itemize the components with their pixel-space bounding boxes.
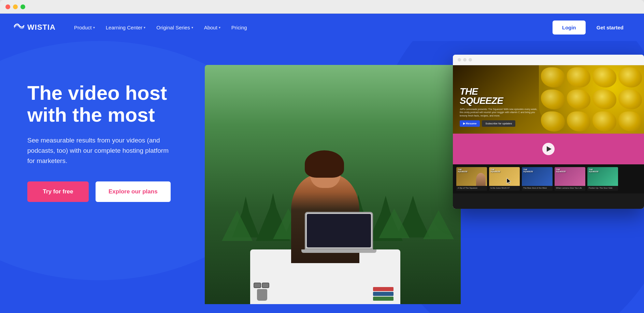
episode-title-text: THESQUEEZE xyxy=(523,168,533,173)
lemon-icon xyxy=(592,90,616,110)
episode-thumbnail-1: THESQUEEZE xyxy=(456,167,487,186)
nav-links: Product ▾ Learning Center ▾ Original Ser… xyxy=(69,22,553,33)
nav-item-pricing[interactable]: Pricing xyxy=(227,22,252,33)
sunglass-left xyxy=(254,283,261,288)
episode-thumbnail-3: THESQUEEZE xyxy=(522,167,553,186)
navbar: WISTIA Product ▾ Learning Center ▾ Origi… xyxy=(0,14,644,41)
svg-marker-18 xyxy=(423,210,454,239)
lemon-icon xyxy=(592,67,616,87)
play-button[interactable] xyxy=(542,143,555,155)
hero-right: THESQUEEZE Jeff's Lemonade presents: The… xyxy=(205,55,617,260)
explore-plans-button[interactable]: Explore our plans xyxy=(96,181,171,202)
nav-item-about[interactable]: About ▾ xyxy=(199,22,225,33)
channel-title-area: THESQUEEZE Jeff's Lemonade presents: The… xyxy=(460,87,539,127)
channel-header: THESQUEEZE Jeff's Lemonade presents: The… xyxy=(453,65,644,134)
episode-title-text: THESQUEEZE xyxy=(490,168,500,173)
browser-dot-2 xyxy=(463,58,467,62)
subscribe-button[interactable]: Subscribe for updates xyxy=(482,120,515,127)
logo[interactable]: WISTIA xyxy=(14,23,56,32)
episode-card-3[interactable]: THESQUEEZE The Best Zest of the West xyxy=(522,167,553,191)
nav-item-original-series[interactable]: Original Series ▾ xyxy=(152,22,198,33)
sunglass-right xyxy=(262,283,269,288)
book-icon xyxy=(373,297,393,301)
episode-person-icon xyxy=(476,173,486,186)
laptop-base xyxy=(301,249,376,253)
nav-actions: Login Get started xyxy=(553,21,630,35)
book-stack xyxy=(373,287,393,301)
browser-dot-1 xyxy=(458,58,461,62)
channel-actions: ▶ Resume Subscribe for updates xyxy=(460,120,539,127)
chevron-down-icon: ▾ xyxy=(219,26,220,29)
login-button[interactable]: Login xyxy=(553,21,586,35)
episode-card-5[interactable]: THESQUEEZE Pucker Up: The Sour Side xyxy=(587,167,618,191)
browser-chrome xyxy=(453,55,644,65)
hero-subtitle: See measurable results from your videos … xyxy=(27,135,177,166)
lemon-icon xyxy=(567,111,591,132)
episode-thumbnail-5: THESQUEEZE xyxy=(587,167,618,186)
episode-card-1[interactable]: THESQUEEZE A Sip of The Squeeze xyxy=(456,167,487,191)
episode-title-text: THESQUEEZE xyxy=(556,168,566,173)
wistia-logo-icon xyxy=(14,23,25,32)
episode-label-3: The Best Zest of the West xyxy=(522,186,553,191)
person-figure xyxy=(250,126,400,304)
browser-content: THESQUEEZE Jeff's Lemonade presents: The… xyxy=(453,65,644,209)
browser-dot-3 xyxy=(469,58,472,62)
channel-title: THESQUEEZE xyxy=(460,87,539,105)
mug-icon xyxy=(257,289,267,301)
hero-left: The video host with the most See measura… xyxy=(27,62,205,202)
lemon-icon xyxy=(618,111,642,132)
lemon-icon xyxy=(541,67,565,87)
hero-section: The video host with the most See measura… xyxy=(0,41,644,313)
lemon-icon xyxy=(541,111,565,132)
episode-label-1: A Sip of The Squeeze xyxy=(456,186,487,191)
laptop-screen xyxy=(305,212,373,249)
lemon-icon xyxy=(541,90,565,110)
episode-thumbnail-4: THESQUEEZE xyxy=(555,167,585,186)
maximize-button-icon[interactable] xyxy=(20,4,25,9)
minimize-button-icon[interactable] xyxy=(13,4,18,9)
chevron-down-icon: ▾ xyxy=(93,26,95,29)
chevron-down-icon: ▾ xyxy=(144,26,145,29)
svg-marker-13 xyxy=(403,196,423,229)
person-hair xyxy=(305,150,344,178)
episode-card-4[interactable]: THESQUEEZE When Lemons Give You Life xyxy=(555,167,585,191)
laptop-screen-inner xyxy=(307,214,371,247)
episode-thumbnail-2: THESQUEEZE xyxy=(489,167,520,186)
video-player[interactable] xyxy=(453,134,644,164)
get-started-button[interactable]: Get started xyxy=(590,21,630,34)
book-icon xyxy=(373,292,393,296)
play-icon xyxy=(547,146,552,152)
episode-label-5: Pucker Up: The Sour Side xyxy=(587,186,618,191)
nav-item-product[interactable]: Product ▾ xyxy=(69,22,100,33)
sunglasses-icon xyxy=(254,283,271,289)
channel-desc: Jeff's Lemonade presents: The Squeeze! W… xyxy=(460,108,539,118)
lemon-items xyxy=(539,65,644,134)
person-head xyxy=(310,154,341,188)
try-for-free-button[interactable]: Try for free xyxy=(27,181,89,202)
hero-buttons: Try for free Explore our plans xyxy=(27,181,191,202)
episode-label-4: When Lemons Give You Life xyxy=(555,186,585,191)
lemon-icon xyxy=(592,111,616,132)
book-icon xyxy=(373,287,393,291)
logo-text: WISTIA xyxy=(27,23,56,32)
episode-label-2: Is the Juice Worth It? xyxy=(489,186,520,191)
lemon-icon xyxy=(618,90,642,110)
lemon-icon xyxy=(567,90,591,110)
episode-card-2[interactable]: THESQUEEZE Is the Juice Worth It? xyxy=(489,167,520,191)
lemon-icon xyxy=(567,67,591,87)
desk-items xyxy=(373,287,393,301)
episode-title-text: THESQUEEZE xyxy=(589,168,599,173)
lemon-icon xyxy=(618,67,642,87)
resume-button[interactable]: ▶ Resume xyxy=(460,120,480,127)
window-chrome xyxy=(0,0,644,14)
chevron-down-icon: ▾ xyxy=(191,26,193,29)
episode-title-text: THESQUEEZE xyxy=(458,168,468,173)
browser-window: THESQUEEZE Jeff's Lemonade presents: The… xyxy=(453,55,644,209)
page-wrapper: WISTIA Product ▾ Learning Center ▾ Origi… xyxy=(0,14,644,313)
hero-image-composite xyxy=(205,65,461,304)
laptop xyxy=(305,212,373,256)
nav-item-learning-center[interactable]: Learning Center ▾ xyxy=(101,22,151,33)
close-button-icon[interactable] xyxy=(5,4,10,9)
hero-title: The video host with the most xyxy=(27,82,191,126)
episodes-row: THESQUEEZE A Sip of The Squeeze THESQUEE… xyxy=(453,164,644,193)
